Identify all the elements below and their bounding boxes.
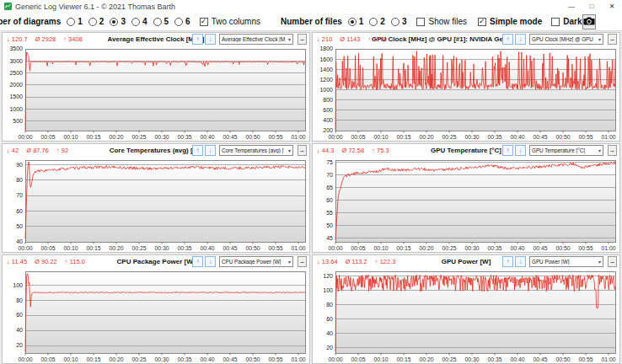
stat-min: 13.64 (322, 258, 338, 265)
move-chart-up-button[interactable]: ↑ (192, 256, 203, 267)
svg-text:80: 80 (326, 302, 333, 308)
diagrams-radio-5[interactable] (153, 18, 162, 26)
svg-text:400: 400 (323, 117, 333, 123)
chart-stats: ↓ 120.7 Ø 2928 ↑ 3408 (7, 35, 83, 43)
svg-text:00:20: 00:20 (419, 245, 433, 251)
files-radio-1[interactable] (348, 18, 357, 26)
svg-text:1000: 1000 (9, 106, 23, 112)
svg-text:00:05: 00:05 (40, 134, 55, 140)
screenshot-button[interactable] (582, 14, 596, 29)
maximize-button[interactable]: □ (582, 0, 602, 13)
svg-text:00:45: 00:45 (223, 134, 237, 140)
svg-text:20: 20 (326, 345, 333, 351)
stat-avg: 1143 (346, 35, 360, 43)
diagrams-radio-6[interactable] (174, 18, 183, 26)
chart-panel-gpu-power: ↓ 13.64 Ø 113.2 ↑ 122.3 GPU Power [W] ↑ … (312, 254, 620, 364)
svg-text:01:00: 01:00 (291, 356, 305, 362)
channel-select[interactable]: GPU Power [W]▾ (529, 256, 603, 267)
stat-max: 3408 (68, 35, 83, 43)
chart-header: ↓ 120.7 Ø 2928 ↑ 3408 Average Effective … (3, 33, 309, 46)
svg-text:00:40: 00:40 (510, 245, 524, 251)
diagrams-radio-2[interactable] (88, 18, 97, 26)
chart-options-button[interactable]: – (298, 256, 307, 267)
svg-text:00:55: 00:55 (268, 356, 282, 362)
stat-max: 92 (62, 147, 68, 154)
channel-select[interactable]: Average Effective Clock [M▾ (219, 34, 293, 45)
svg-text:600: 600 (323, 107, 333, 113)
svg-text:00:30: 00:30 (154, 356, 169, 362)
svg-text:00:40: 00:40 (510, 356, 524, 362)
move-chart-up-button[interactable]: ↑ (502, 34, 513, 45)
svg-text:00:50: 00:50 (245, 134, 260, 140)
chart-options-button[interactable]: – (608, 34, 617, 45)
channel-select[interactable]: GPU Temperature [°C]▾ (529, 145, 603, 156)
svg-text:00:30: 00:30 (464, 134, 479, 140)
move-chart-up-button[interactable]: ↑ (502, 145, 513, 156)
two-columns-checkbox[interactable] (200, 18, 208, 26)
close-button[interactable]: ✕ (602, 0, 622, 13)
stat-min: 42 (12, 147, 19, 154)
diagrams-radio-4[interactable] (131, 18, 140, 26)
chart-options-button[interactable]: – (608, 145, 617, 156)
chart-options-button[interactable]: – (298, 34, 307, 45)
svg-text:70: 70 (16, 192, 23, 198)
show-files-checkbox[interactable] (416, 18, 425, 26)
chart-stats: ↓ 44.3 Ø 72.58 ↑ 75.3 (317, 147, 389, 154)
svg-text:00:50: 00:50 (555, 356, 570, 362)
files-label: Number of files (281, 17, 342, 26)
svg-text:00:35: 00:35 (177, 356, 191, 362)
move-chart-down-button[interactable]: ↓ (205, 34, 216, 45)
dark-mode-checkbox[interactable] (551, 18, 560, 26)
move-chart-down-button[interactable]: ↓ (205, 256, 216, 267)
stat-min: 210 (322, 35, 333, 43)
svg-text:00:50: 00:50 (245, 356, 260, 362)
move-chart-down-button[interactable]: ↓ (515, 145, 526, 156)
move-chart-down-button[interactable]: ↓ (515, 256, 526, 267)
titlebar: Generic Log Viewer 6.1 - © 2021 Thomas B… (0, 0, 622, 13)
minimize-button[interactable]: — (561, 0, 582, 13)
channel-select[interactable]: CPU Package Power [W]▾ (219, 256, 293, 267)
chart-panel-cpu-temp: ↓ 42 Ø 87.76 ↑ 92 Core Temperatures (avg… (2, 143, 310, 253)
channel-select[interactable]: GPU Clock [MHz] @ GPU▾ (529, 34, 603, 45)
channel-select[interactable]: Core Temperatures (avg) [▾ (219, 145, 293, 156)
move-chart-up-button[interactable]: ↑ (192, 34, 203, 45)
svg-text:00:10: 00:10 (63, 245, 78, 251)
move-chart-up-button[interactable]: ↑ (502, 256, 513, 267)
svg-text:00:00: 00:00 (328, 356, 342, 362)
svg-text:00:50: 00:50 (555, 134, 570, 140)
svg-text:01:00: 01:00 (291, 245, 305, 251)
svg-text:00:35: 00:35 (487, 134, 501, 140)
svg-text:800: 800 (323, 97, 333, 103)
stat-avg: 90.22 (41, 258, 57, 265)
chart-stats: ↓ 13.64 Ø 113.2 ↑ 122.3 (317, 258, 395, 265)
chart-options-button[interactable]: – (608, 256, 617, 267)
chevron-down-icon: ▾ (288, 259, 291, 265)
svg-text:00:15: 00:15 (86, 245, 100, 251)
svg-text:00:05: 00:05 (40, 245, 55, 251)
files-radio-3[interactable] (391, 18, 399, 26)
dark-mode-label: Dark mode (563, 17, 582, 26)
chart-options-button[interactable]: – (298, 145, 307, 156)
simple-mode-checkbox[interactable] (478, 18, 486, 26)
chart-plot: 50010001500200025003000350000:0000:0500:… (3, 46, 310, 141)
svg-text:120: 120 (323, 273, 333, 279)
svg-text:00:15: 00:15 (86, 134, 100, 140)
move-chart-down-button[interactable]: ↓ (515, 34, 526, 45)
svg-text:45: 45 (326, 235, 333, 241)
svg-text:00:45: 00:45 (223, 245, 237, 251)
chart-panel-cpu-clock: ↓ 120.7 Ø 2928 ↑ 3408 Average Effective … (2, 32, 310, 142)
move-chart-down-button[interactable]: ↓ (205, 145, 216, 156)
move-chart-up-button[interactable]: ↑ (192, 145, 203, 156)
svg-text:00:05: 00:05 (351, 134, 365, 140)
files-radio-2[interactable] (369, 18, 378, 26)
diagrams-radio-1[interactable] (67, 18, 75, 26)
show-files-label: Show files (428, 17, 467, 26)
files-radio-group: 1 2 3 (342, 17, 407, 26)
svg-text:00:00: 00:00 (18, 245, 32, 251)
diagrams-radio-3[interactable] (110, 18, 118, 26)
svg-text:01:00: 01:00 (601, 134, 615, 140)
chart-panel-gpu-clock: ↓ 210 Ø 1143 ↑ 1770 GPU Clock [MHz] @ GP… (312, 32, 620, 142)
chart-header: ↓ 11.45 Ø 90.22 ↑ 115.0 CPU Package Powe… (3, 255, 309, 269)
svg-text:80: 80 (16, 297, 23, 303)
svg-text:50: 50 (16, 223, 23, 229)
